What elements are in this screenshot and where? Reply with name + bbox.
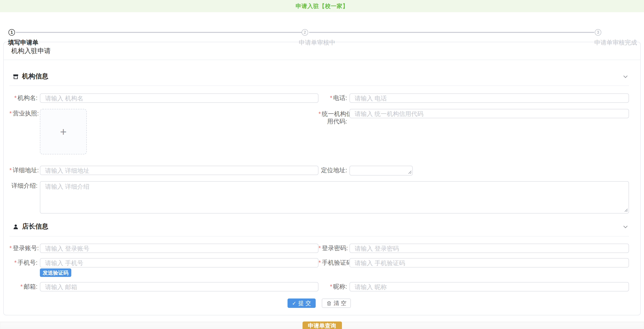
required-mark: * xyxy=(318,110,321,117)
required-mark: * xyxy=(318,259,321,266)
address-input[interactable] xyxy=(40,166,318,175)
required-mark: * xyxy=(10,167,12,174)
trash-icon xyxy=(326,301,332,306)
footer-bar: 申请单查询 xyxy=(0,321,644,329)
page: 申请入驻【校一家】 1 2 3 填写申请单 申请单审核中 申请单审核完成 机构入… xyxy=(0,0,644,329)
sms-code-input[interactable] xyxy=(350,258,629,267)
org-name-input[interactable] xyxy=(40,93,318,103)
required-mark: * xyxy=(330,283,332,290)
phone-input[interactable] xyxy=(350,93,629,103)
nickname-label: *昵称: xyxy=(318,282,350,291)
password-input[interactable] xyxy=(350,244,629,253)
nickname-input[interactable] xyxy=(350,282,629,291)
application-query-button[interactable]: 申请单查询 xyxy=(302,321,342,329)
required-mark: * xyxy=(14,259,17,266)
required-mark: * xyxy=(20,283,23,290)
manager-section-header: 店长信息 xyxy=(10,214,629,236)
application-card: 机构入驻申请 机构信息 *机构名: xyxy=(3,42,641,315)
form-actions: ✓ 提 交 清 空 xyxy=(10,298,629,308)
clear-button[interactable]: 清 空 xyxy=(322,298,351,308)
phone-label: *电话: xyxy=(318,93,350,103)
intro-label: 详细介绍: xyxy=(10,181,40,191)
org-section-title: 机构信息 xyxy=(22,72,48,81)
step-3-label: 申请单审核完成 xyxy=(594,39,637,47)
manager-section-title: 店长信息 xyxy=(22,222,48,231)
top-banner: 申请入驻【校一家】 xyxy=(0,0,644,12)
step-3-number: 3 xyxy=(597,30,599,35)
banner-title: 申请入驻【校一家】 xyxy=(296,2,348,10)
org-name-label: *机构名: xyxy=(10,93,40,103)
credit-code-label: *统一机构信 用代码: xyxy=(318,109,350,125)
step-2-circle: 2 xyxy=(302,29,308,36)
check-icon: ✓ xyxy=(292,300,296,306)
credit-code-input[interactable] xyxy=(350,109,629,118)
step-1-circle: 1 xyxy=(8,29,15,36)
storefront-icon xyxy=(13,74,19,80)
required-mark: * xyxy=(10,110,12,117)
license-label: *营业执照: xyxy=(10,109,40,118)
license-upload-box[interactable]: + xyxy=(40,109,87,154)
person-icon xyxy=(13,224,19,230)
org-section-chevron-down-icon[interactable] xyxy=(623,74,628,79)
mobile-label: *手机号: xyxy=(10,258,40,267)
step-2-number: 2 xyxy=(304,30,306,35)
submit-button[interactable]: ✓ 提 交 xyxy=(287,298,316,308)
intro-textarea[interactable] xyxy=(40,181,629,214)
address-label: *详细地址: xyxy=(10,166,40,175)
location-label: 定位地址: xyxy=(318,166,350,175)
manager-section-body: *登录账号: *登录密码: *手机号: xyxy=(10,236,629,308)
account-input[interactable] xyxy=(40,244,318,253)
manager-section-chevron-down-icon[interactable] xyxy=(623,224,628,229)
plus-icon: + xyxy=(60,126,66,137)
required-mark: * xyxy=(10,244,12,251)
required-mark: * xyxy=(14,94,17,101)
mobile-input[interactable] xyxy=(40,258,318,267)
account-label: *登录账号: xyxy=(10,244,40,253)
send-code-button[interactable]: 发送验证码 xyxy=(40,268,71,277)
step-1-label: 填写申请单 xyxy=(8,39,38,47)
password-label: *登录密码: xyxy=(318,244,350,253)
step-2-label: 申请单审核中 xyxy=(299,39,335,47)
required-mark: * xyxy=(330,94,332,101)
location-textarea[interactable] xyxy=(350,166,413,176)
email-input[interactable] xyxy=(40,282,318,291)
sms-code-label: *手机验证码: xyxy=(318,258,350,267)
steps-bar: 1 2 3 填写申请单 申请单审核中 申请单审核完成 xyxy=(0,12,644,42)
email-label: *邮箱: xyxy=(10,282,40,291)
step-1-number: 1 xyxy=(10,30,13,35)
step-connector-2 xyxy=(309,32,594,33)
card-body: 机构信息 *机构名: *电话: xyxy=(4,60,640,315)
step-3-circle: 3 xyxy=(595,29,601,36)
step-connector-1 xyxy=(16,32,302,33)
org-section-body: *机构名: *电话: *营业执照: xyxy=(10,86,629,214)
required-mark: * xyxy=(318,244,321,251)
org-section-header: 机构信息 xyxy=(10,60,629,86)
